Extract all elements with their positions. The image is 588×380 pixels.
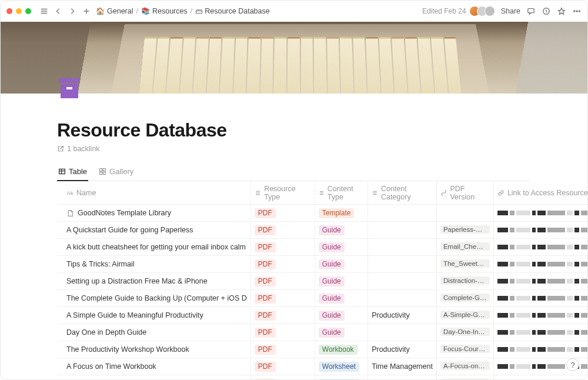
content-type-tag: Guide — [319, 294, 345, 304]
table-row[interactable]: A kick butt cheatsheet for getting your … — [57, 239, 588, 256]
svg-rect-15 — [100, 169, 102, 171]
nav-forward-icon[interactable] — [68, 6, 77, 16]
content-type-tag: Guide — [319, 242, 345, 252]
breadcrumb-resources[interactable]: 📚 Resources — [141, 7, 188, 15]
new-page-icon[interactable] — [82, 6, 91, 16]
topbar: 🏠 General / 📚 Resources / 🗃 Resource Dat… — [1, 1, 587, 22]
home-icon: 🏠 — [96, 7, 105, 15]
column-header-name[interactable]: AaName — [57, 181, 250, 205]
table-row[interactable]: Day One in Depth GuidePDFGuideDay-One-In… — [57, 324, 588, 341]
breadcrumb-label: Resources — [152, 7, 188, 15]
column-header-resource-type[interactable]: Resource Type — [250, 181, 315, 205]
page-icon[interactable] — [58, 78, 81, 101]
row-title: The Complete Guide to Backing Up (Comput… — [66, 294, 247, 302]
svg-point-10 — [579, 11, 580, 12]
pdf-attachment[interactable]: Day-One-In-D… — [440, 328, 490, 336]
link-cell[interactable] — [493, 239, 588, 256]
content-type-tag: Guide — [319, 328, 345, 338]
nav-back-icon[interactable] — [54, 6, 63, 16]
table-row[interactable]: A Quickstart Guide for going PaperlessPD… — [57, 222, 588, 239]
breadcrumb-label: Resource Database — [205, 7, 269, 15]
tab-label: Table — [69, 167, 87, 176]
table-row[interactable]: The Complete Guide to Backing Up (Comput… — [57, 290, 588, 307]
pdf-attachment[interactable]: Email_Cheatsh… — [440, 242, 490, 251]
close-window-icon[interactable] — [6, 8, 12, 14]
row-title: The Productivity Workshop Workbook — [66, 345, 189, 354]
column-header-content-category[interactable]: Content Category — [368, 181, 437, 205]
svg-rect-18 — [103, 172, 105, 174]
maximize-window-icon[interactable] — [25, 8, 31, 14]
breadcrumb-general[interactable]: 🏠 General — [96, 7, 133, 15]
tab-label: Gallery — [109, 167, 133, 176]
link-cell[interactable] — [493, 375, 588, 381]
resource-type-tag: PDF — [255, 311, 276, 321]
table-row[interactable]: Tips & Tricks: AirmailPDFGuideThe_Sweet_… — [57, 256, 588, 273]
last-edited-label: Edited Feb 24 — [422, 7, 466, 15]
topbar-right: Edited Feb 24 Share — [422, 6, 582, 16]
resource-type-tag: PDF — [255, 362, 276, 372]
link-cell[interactable] — [493, 222, 588, 239]
svg-rect-5 — [528, 9, 534, 13]
link-cell[interactable] — [493, 307, 588, 324]
table-row[interactable]: Your Creative Flywheel WorkbookPDFWorksh… — [57, 375, 588, 381]
resource-type-tag: PDF — [255, 294, 276, 304]
help-button[interactable]: ? — [566, 358, 579, 371]
sidebar-toggle-icon[interactable] — [39, 6, 49, 16]
updates-icon[interactable] — [542, 6, 551, 16]
breadcrumb-sep: / — [191, 7, 192, 15]
pdf-attachment[interactable]: A-Simple-Guid… — [440, 311, 490, 319]
breadcrumb-resource-database[interactable]: 🗃 Resource Database — [195, 7, 269, 15]
resource-type-tag: PDF — [255, 345, 276, 355]
row-title: A Quickstart Guide for going Paperless — [66, 226, 193, 234]
row-title: Day One in Depth Guide — [66, 328, 146, 336]
resource-type-tag: PDF — [255, 242, 276, 252]
svg-rect-12 — [59, 169, 65, 174]
link-cell[interactable] — [493, 290, 588, 307]
pdf-attachment[interactable]: Paperless-Offi… — [440, 225, 490, 234]
page-title[interactable]: Resource Database — [57, 119, 531, 141]
content-type-tag: Guide — [319, 259, 345, 269]
share-button[interactable]: Share — [501, 7, 520, 15]
pdf-attachment[interactable]: Complete-Gui… — [440, 294, 490, 302]
column-header-pdf-version[interactable]: PDF Version — [436, 181, 493, 205]
pdf-attachment[interactable]: Distraction-Fr… — [440, 276, 490, 285]
table-row[interactable]: A Simple Guide to Meaningful Productivit… — [57, 307, 588, 324]
resource-type-tag: PDF — [255, 208, 276, 218]
window-controls — [6, 8, 31, 14]
link-cell[interactable] — [493, 205, 588, 222]
archive-icon: 🗃 — [195, 7, 202, 15]
table-row[interactable]: GoodNotes Template LibraryPDFTemplate — [57, 205, 588, 222]
backlinks-link[interactable]: 1 backlink — [57, 145, 531, 153]
column-header-content-type[interactable]: Content Type — [315, 181, 368, 205]
pdf-attachment[interactable]: Focus-Course… — [440, 345, 490, 353]
resource-type-tag: PDF — [255, 259, 276, 269]
row-title: GoodNotes Template Library — [78, 209, 171, 217]
table-row[interactable]: The Productivity Workshop WorkbookPDFWor… — [57, 341, 588, 358]
content-type-tag: Guide — [319, 225, 345, 235]
svg-point-8 — [574, 11, 575, 12]
table-row[interactable]: Setting up a Distraction Free Mac & iPho… — [57, 273, 588, 290]
content-type-tag: Guide — [319, 276, 345, 286]
link-cell[interactable] — [493, 341, 588, 358]
tab-gallery[interactable]: Gallery — [98, 164, 135, 181]
pdf-attachment[interactable]: The_Sweet_Se… — [440, 259, 490, 268]
content-type-tag: Worksheet — [319, 362, 359, 372]
cover-image[interactable] — [1, 22, 587, 94]
column-header-link[interactable]: Link to Access Resource — [493, 181, 588, 205]
svg-rect-17 — [100, 172, 102, 174]
svg-marker-7 — [559, 8, 565, 15]
minimize-window-icon[interactable] — [16, 8, 22, 14]
presence-avatars[interactable] — [472, 6, 495, 16]
page-content: Resource Database 1 backlink Table Galle… — [1, 94, 587, 380]
link-cell[interactable] — [493, 324, 588, 341]
favorite-icon[interactable] — [557, 6, 566, 16]
tab-table[interactable]: Table — [57, 164, 88, 181]
comments-icon[interactable] — [526, 6, 536, 16]
content-type-tag: Template — [319, 208, 355, 218]
pdf-attachment[interactable]: A-Focus-on-Ti… — [440, 362, 490, 370]
svg-rect-16 — [103, 169, 105, 171]
more-icon[interactable] — [572, 6, 582, 16]
link-cell[interactable] — [493, 256, 588, 273]
link-cell[interactable] — [493, 273, 588, 290]
table-row[interactable]: A Focus on Time WorkbookPDFWorksheetTime… — [57, 358, 588, 375]
